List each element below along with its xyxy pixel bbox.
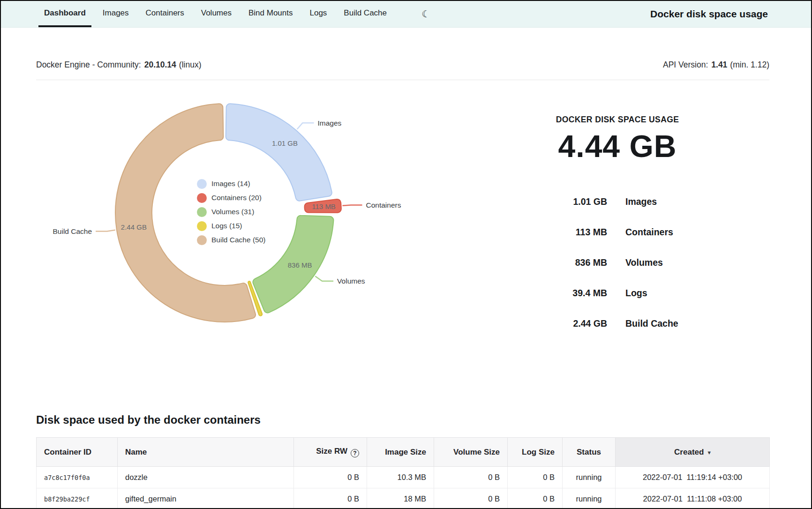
table-body: a7c8c17f0f0adozzle0 B10.3 MB0 B0 Brunnin… bbox=[37, 467, 770, 509]
usage-label: Images bbox=[625, 196, 657, 207]
usage-row-images: 1.01 GBImages bbox=[498, 187, 737, 217]
cell-volume-size: 0 B bbox=[434, 467, 508, 488]
legend-swatch-volumes bbox=[197, 207, 207, 217]
sort-desc-icon: ▾ bbox=[707, 449, 711, 456]
chart-legend: Images (14)Containers (20)Volumes (31)Lo… bbox=[197, 177, 265, 247]
slice-size-label: 1.01 GB bbox=[272, 139, 298, 147]
cell-size-rw: 0 B bbox=[294, 467, 367, 488]
usage-size: 39.4 MB bbox=[498, 288, 607, 299]
usage-size: 836 MB bbox=[498, 257, 607, 268]
legend-swatch-build-cache bbox=[197, 235, 207, 245]
api-version: API Version:1.41(min. 1.12) bbox=[663, 60, 769, 70]
usage-summary: DOCKER DISK SPACE USAGE 4.44 GB bbox=[498, 115, 737, 164]
cell-created: 2022-07-01 11:11:08 +03:00 bbox=[616, 488, 770, 509]
slice-size-label: 2.44 GB bbox=[121, 223, 147, 231]
column-header-log-size: Log Size bbox=[508, 438, 563, 467]
column-label: Status bbox=[577, 448, 601, 457]
usage-label: Containers bbox=[625, 227, 673, 238]
cell-name: dozzle bbox=[118, 467, 294, 488]
app-window: DashboardImagesContainersVolumesBind Mou… bbox=[0, 0, 812, 509]
column-header-size-rw: Size RW? bbox=[294, 438, 367, 467]
usage-row-logs: 39.4 MBLogs bbox=[498, 278, 737, 308]
slice-size-label: 113 MB bbox=[312, 202, 336, 210]
column-label: Created bbox=[674, 448, 704, 457]
api-version-number: 1.41 bbox=[711, 60, 727, 69]
containers-table: Container IDNameSize RW?Image SizeVolume… bbox=[36, 437, 770, 509]
usage-row-build-cache: 2.44 GBBuild Cache bbox=[498, 308, 737, 339]
usage-size: 1.01 GB bbox=[498, 196, 607, 207]
callout-label-images: Images bbox=[318, 119, 342, 127]
legend-item-images[interactable]: Images (14) bbox=[197, 177, 265, 191]
usage-size: 2.44 GB bbox=[498, 318, 607, 329]
usage-row-volumes: 836 MBVolumes bbox=[498, 247, 737, 278]
table-row: b8f29ba229cfgifted_germain0 B18 MB0 B0 B… bbox=[37, 488, 770, 509]
legend-item-containers[interactable]: Containers (20) bbox=[197, 191, 265, 205]
column-label: Image Size bbox=[385, 448, 426, 457]
legend-label: Logs (15) bbox=[211, 222, 242, 230]
legend-item-build-cache[interactable]: Build Cache (50) bbox=[197, 233, 265, 247]
table-row: a7c8c17f0f0adozzle0 B10.3 MB0 B0 Brunnin… bbox=[37, 467, 770, 488]
callout-label-volumes: Volumes bbox=[337, 277, 365, 285]
api-label: API Version: bbox=[663, 60, 708, 69]
cell-container-id: b8f29ba229cf bbox=[37, 488, 118, 509]
cell-log-size: 0 B bbox=[508, 467, 563, 488]
cell-created: 2022-07-01 11:19:14 +03:00 bbox=[616, 467, 770, 488]
usage-total: 4.44 GB bbox=[498, 128, 737, 164]
legend-label: Containers (20) bbox=[211, 194, 262, 202]
column-label: Volume Size bbox=[453, 448, 500, 457]
column-header-name: Name bbox=[118, 438, 294, 467]
legend-label: Build Cache (50) bbox=[211, 236, 265, 244]
legend-swatch-containers bbox=[197, 193, 207, 203]
callout-label-containers: Containers bbox=[366, 201, 401, 209]
column-header-volume-size: Volume Size bbox=[434, 438, 508, 467]
slice-size-label: 836 MB bbox=[288, 261, 312, 269]
column-header-container-id: Container ID bbox=[37, 438, 118, 467]
cell-status: running bbox=[563, 488, 616, 509]
usage-breakdown: 1.01 GBImages113 MBContainers836 MBVolum… bbox=[498, 187, 737, 339]
app-title: Docker disk space usage bbox=[650, 8, 768, 20]
help-icon[interactable]: ? bbox=[351, 449, 359, 457]
column-label: Log Size bbox=[522, 448, 555, 457]
callout-line-images bbox=[297, 123, 314, 129]
column-label: Name bbox=[125, 448, 147, 457]
api-min-version: (min. 1.12) bbox=[730, 60, 769, 69]
legend-label: Volumes (31) bbox=[211, 208, 254, 216]
usage-row-containers: 113 MBContainers bbox=[498, 217, 737, 247]
legend-label: Images (14) bbox=[211, 180, 250, 188]
column-header-created[interactable]: Created▾ bbox=[616, 438, 770, 467]
cell-name: gifted_germain bbox=[118, 488, 294, 509]
cell-log-size: 0 B bbox=[508, 488, 563, 509]
usage-size: 113 MB bbox=[498, 227, 607, 238]
legend-swatch-images bbox=[197, 179, 207, 189]
cell-size-rw: 0 B bbox=[294, 488, 367, 509]
legend-item-logs[interactable]: Logs (15) bbox=[197, 219, 265, 233]
callout-line-volumes bbox=[315, 276, 333, 281]
callout-label-build-cache: Build Cache bbox=[53, 227, 92, 235]
cell-image-size: 10.3 MB bbox=[367, 467, 434, 488]
cell-volume-size: 0 B bbox=[434, 488, 508, 509]
callout-line-build-cache bbox=[96, 230, 115, 232]
usage-summary-title: DOCKER DISK SPACE USAGE bbox=[498, 115, 737, 125]
cell-container-id: a7c8c17f0f0a bbox=[37, 467, 118, 488]
cell-image-size: 18 MB bbox=[367, 488, 434, 509]
containers-table-wrap: Container IDNameSize RW?Image SizeVolume… bbox=[36, 437, 770, 509]
usage-label: Build Cache bbox=[625, 318, 678, 329]
containers-section-heading: Disk space used by the docker containers bbox=[36, 413, 261, 427]
usage-label: Logs bbox=[625, 288, 647, 299]
column-label: Container ID bbox=[44, 448, 91, 457]
column-header-status: Status bbox=[563, 438, 616, 467]
table-header-row: Container IDNameSize RW?Image SizeVolume… bbox=[37, 438, 770, 467]
usage-label: Volumes bbox=[625, 257, 663, 268]
column-header-image-size: Image Size bbox=[367, 438, 434, 467]
legend-swatch-logs bbox=[197, 221, 207, 231]
callout-line-containers bbox=[343, 205, 362, 206]
column-label: Size RW bbox=[316, 447, 347, 456]
cell-status: running bbox=[563, 467, 616, 488]
legend-item-volumes[interactable]: Volumes (31) bbox=[197, 205, 265, 219]
